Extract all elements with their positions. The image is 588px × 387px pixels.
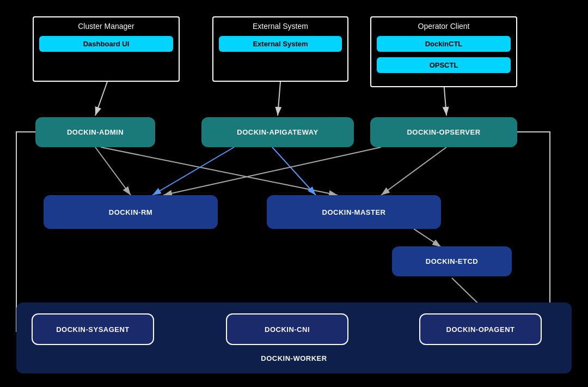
dockin-rm-label: DOCKIN-RM — [109, 208, 152, 216]
dockinctl-button[interactable]: DockinCTL — [377, 36, 511, 52]
svg-line-9 — [272, 147, 316, 195]
dockin-opserver-label: DOCKIN-OPSERVER — [407, 128, 480, 136]
svg-line-7 — [101, 147, 338, 195]
svg-line-12 — [414, 229, 441, 247]
dockin-master-label: DOCKIN-MASTER — [322, 208, 386, 216]
dockin-opagent-label: DOCKIN-OPAGENT — [446, 325, 515, 334]
architecture-diagram: Cluster Manager Dashboard UI External Sy… — [0, 0, 588, 387]
dockin-worker-label: DOCKIN-WORKER — [261, 354, 327, 362]
dockin-admin-label: DOCKIN-ADMIN — [67, 128, 124, 136]
svg-line-4 — [278, 82, 280, 116]
cluster-manager-box: Cluster Manager Dashboard UI — [33, 16, 180, 82]
svg-line-10 — [163, 147, 381, 195]
svg-line-11 — [381, 147, 446, 195]
dockin-admin-box: DOCKIN-ADMIN — [35, 117, 155, 147]
dockin-cni-label: DOCKIN-CNI — [265, 325, 310, 334]
dockin-sysagent-label: DOCKIN-SYSAGENT — [56, 325, 130, 334]
cluster-manager-title: Cluster Manager — [34, 17, 179, 34]
operator-client-title: Operator Client — [371, 17, 516, 34]
opsctl-button[interactable]: OPSCTL — [377, 57, 511, 73]
external-system-title: External System — [213, 17, 347, 34]
dockin-opagent-box: DOCKIN-OPAGENT — [419, 313, 542, 345]
external-system-button[interactable]: External System — [219, 36, 342, 52]
dockin-rm-box: DOCKIN-RM — [44, 195, 218, 229]
svg-line-6 — [95, 147, 131, 195]
dockin-apigateway-box: DOCKIN-APIGATEWAY — [201, 117, 354, 147]
dockin-sysagent-box: DOCKIN-SYSAGENT — [32, 313, 154, 345]
dockin-master-box: DOCKIN-MASTER — [267, 195, 441, 229]
svg-line-8 — [152, 147, 234, 195]
dockin-opserver-box: DOCKIN-OPSERVER — [370, 117, 517, 147]
external-system-box: External System External System — [212, 16, 348, 82]
dashboard-ui-button[interactable]: Dashboard UI — [39, 36, 173, 52]
dockin-etcd-label: DOCKIN-ETCD — [426, 257, 479, 265]
dockin-cni-box: DOCKIN-CNI — [226, 313, 348, 345]
dockin-apigateway-label: DOCKIN-APIGATEWAY — [237, 128, 318, 136]
svg-line-3 — [95, 82, 107, 116]
operator-client-box: Operator Client DockinCTL OPSCTL — [370, 16, 517, 87]
dockin-etcd-box: DOCKIN-ETCD — [392, 246, 512, 276]
